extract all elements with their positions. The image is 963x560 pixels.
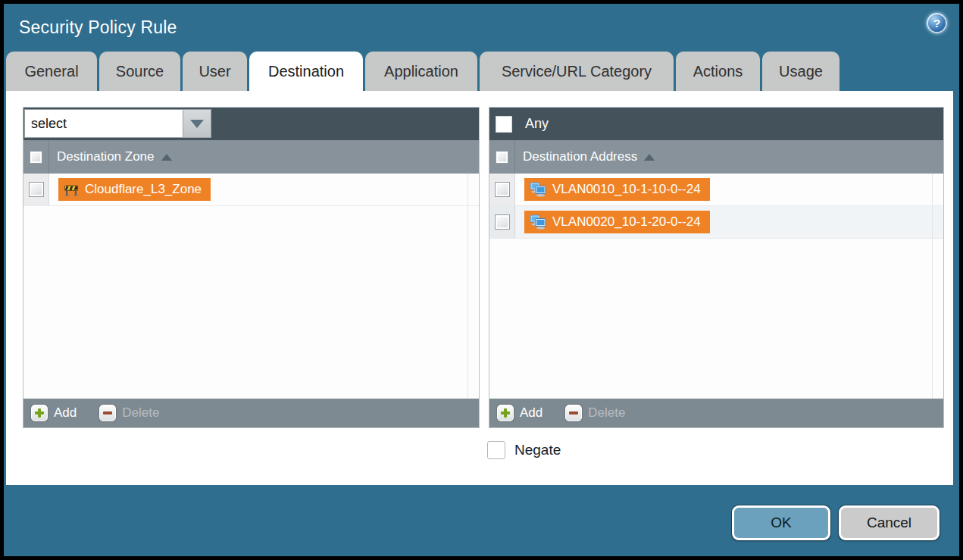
delete-zone-button[interactable]: Delete [99, 405, 159, 421]
address-select-all-checkbox[interactable] [496, 151, 508, 164]
plus-icon [31, 405, 48, 421]
zone-rows: Cloudflare_L3_Zone [23, 174, 479, 399]
zone-icon [64, 183, 79, 196]
any-label: Any [525, 116, 549, 132]
page-title: Security Policy Rule [19, 17, 177, 38]
address-item-label: VLAN0010_10-1-10-0--24 [552, 182, 701, 197]
address-icon [530, 182, 546, 197]
add-zone-button[interactable]: Add [31, 405, 77, 421]
table-row: VLAN0020_10-1-20-0--24 [489, 206, 943, 239]
tab-application[interactable]: Application [365, 52, 477, 91]
zone-item[interactable]: Cloudflare_L3_Zone [58, 178, 211, 201]
security-policy-rule-window: Security Policy Rule ? General Source Us… [0, 0, 963, 560]
zone-filter-bar [23, 108, 479, 140]
zone-panel-footer: Add Delete [23, 399, 479, 427]
address-rows: VLAN0010_10-1-10-0--24 [489, 174, 943, 399]
tab-source[interactable]: Source [99, 52, 180, 91]
dialog: Security Policy Rule ? General Source Us… [4, 4, 959, 556]
help-icon[interactable]: ? [927, 13, 947, 33]
zone-column-header[interactable]: Destination Zone [23, 140, 479, 174]
tab-actions[interactable]: Actions [676, 52, 760, 91]
zone-select-input[interactable] [24, 109, 183, 138]
address-column-label: Destination Address [515, 149, 637, 164]
negate-checkbox[interactable] [487, 441, 505, 459]
address-item-label: VLAN0020_10-1-20-0--24 [552, 214, 701, 230]
address-row-checkbox[interactable] [495, 182, 510, 197]
tab-user[interactable]: User [183, 52, 247, 91]
plus-icon [497, 405, 514, 421]
address-row-checkbox[interactable] [495, 214, 510, 230]
address-item[interactable]: VLAN0010_10-1-10-0--24 [524, 178, 710, 201]
table-row: Cloudflare_L3_Zone [23, 174, 479, 206]
zone-select-dropdown-button[interactable] [183, 109, 211, 138]
tab-usage[interactable]: Usage [762, 52, 839, 91]
tab-destination[interactable]: Destination [249, 52, 363, 91]
minus-icon [565, 405, 582, 421]
sort-asc-icon [644, 154, 655, 161]
address-icon [530, 214, 546, 230]
any-checkbox[interactable] [496, 116, 512, 133]
zone-row-checkbox[interactable] [29, 182, 44, 197]
cancel-button[interactable]: Cancel [839, 505, 940, 540]
destination-zone-panel: Destination Zone [23, 107, 480, 428]
add-address-button[interactable]: Add [497, 405, 542, 421]
table-row: VLAN0010_10-1-10-0--24 [489, 174, 943, 206]
zone-column-label: Destination Zone [49, 149, 155, 164]
zone-select-all-checkbox[interactable] [30, 151, 42, 164]
destination-address-panel: Any Destination Address [489, 107, 944, 428]
address-column-header[interactable]: Destination Address [489, 140, 943, 174]
delete-address-button[interactable]: Delete [565, 405, 625, 421]
tab-general[interactable]: General [6, 52, 97, 91]
chevron-down-icon [190, 120, 204, 128]
tab-bar: General Source User Destination Applicat… [6, 52, 839, 91]
address-item[interactable]: VLAN0020_10-1-20-0--24 [524, 211, 710, 233]
zone-select-combo [24, 109, 211, 138]
sort-asc-icon [161, 154, 172, 161]
ok-button[interactable]: OK [732, 505, 830, 540]
tab-service-url-category[interactable]: Service/URL Category [480, 52, 674, 91]
negate-label: Negate [514, 442, 561, 458]
zone-item-label: Cloudflare_L3_Zone [85, 182, 202, 197]
negate-option: Negate [487, 441, 561, 459]
address-panel-footer: Add Delete [489, 399, 943, 427]
address-any-bar: Any [489, 108, 943, 140]
tab-content: Destination Zone [6, 91, 953, 485]
minus-icon [99, 405, 116, 421]
